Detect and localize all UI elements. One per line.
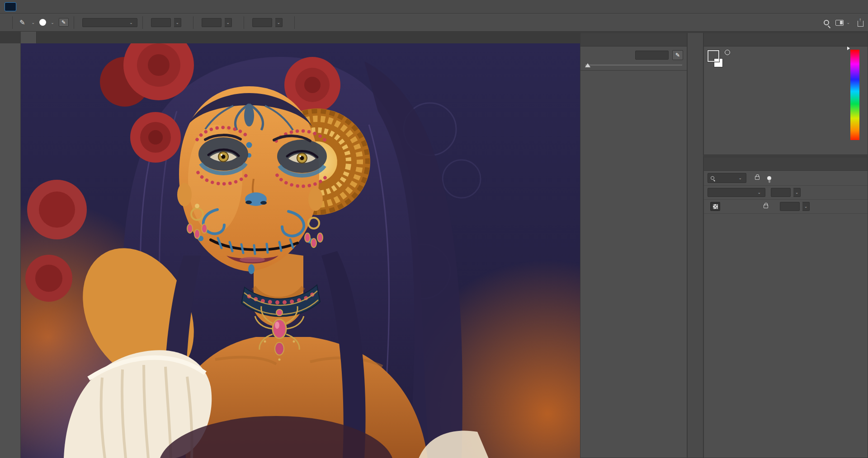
color-cursor[interactable] [725,50,730,55]
filter-toggle-switch[interactable] [767,176,771,180]
chevron-down-icon: ⌄ [128,20,134,25]
toolbar-expand-icon[interactable] [0,32,21,43]
brush-size-slider[interactable] [585,62,682,68]
brush-tip-preview[interactable] [39,19,46,26]
lock-all-button[interactable] [761,202,771,211]
canvas[interactable] [21,43,580,458]
document-tab-bar [0,32,580,43]
toolbar [0,43,21,458]
search-icon[interactable] [824,20,829,25]
color-panel [703,33,868,155]
title-bar [0,0,868,14]
smoothing-options-gear-icon[interactable] [286,22,289,23]
options-bar-right: ⌄ [824,14,863,32]
divider [244,16,244,29]
chevron-down-icon[interactable]: ⌄ [845,20,851,25]
smart-object-filter-icon[interactable] [752,173,763,182]
toggle-brush-settings-button[interactable]: ✎ [59,18,69,27]
smoothing-input[interactable] [252,18,272,27]
saturation-brightness-field[interactable] [725,50,843,140]
mode-select[interactable]: ⌄ [82,18,137,27]
brush-size-input[interactable] [635,51,669,60]
slider-thumb[interactable] [585,63,590,67]
opacity-input[interactable] [151,18,171,27]
right-panel-column: ⌄ ⌄ ⌄ ⌄ [703,33,868,458]
blend-mode-select[interactable]: ⌄ [708,188,765,197]
slider-track [585,65,682,65]
lock-position-button[interactable] [736,202,745,211]
panel-dock-strip [687,33,703,458]
chevron-down-icon[interactable]: ⌄ [49,20,56,25]
layers-panel-tabs [704,157,868,171]
fill-input[interactable] [780,202,800,211]
photoshop-logo-icon [5,2,16,11]
brush-tip-circle [39,19,46,26]
pressure-opacity-icon[interactable] [184,22,188,23]
opacity-dropdown[interactable]: ⌄ [174,18,181,27]
chevron-down-icon: ⌄ [756,190,762,195]
fill-dropdown[interactable]: ⌄ [802,202,810,211]
layer-filter-kind-select[interactable]: ⌄ [708,173,746,183]
lock-transparent-pixels-button[interactable] [710,202,720,211]
brushes-panel-tabs [580,33,687,47]
lock-artboard-button[interactable] [748,202,758,211]
symmetry-icon[interactable] [307,22,310,23]
layer-list [704,214,868,458]
color-panel-tabs [704,33,868,47]
options-bar: ✎ ⌄ ⌄ ✎ ⌄ ⌄ ⌄ ⌄ ⌄ [0,14,868,32]
layers-filter-row: ⌄ [704,171,868,186]
divider [74,16,74,29]
flow-dropdown[interactable]: ⌄ [225,18,232,27]
smoothing-dropdown[interactable]: ⌄ [275,18,283,27]
document-tab[interactable] [21,32,37,43]
divider [12,16,13,29]
stroke-preview-toggle[interactable]: ✎ [672,50,683,60]
lock-image-pixels-button[interactable] [723,202,733,211]
layers-panel: ⌄ ⌄ ⌄ ⌄ [703,157,868,458]
search-icon [711,176,714,180]
airbrush-icon[interactable] [235,22,239,23]
share-icon[interactable] [858,21,863,27]
divider [193,16,193,29]
chevron-down-icon: ⌄ [737,176,743,180]
layer-opacity-input[interactable] [771,188,791,197]
pressure-size-icon[interactable] [300,22,303,23]
brush-list [580,71,687,458]
chevron-down-icon[interactable]: ⌄ [30,20,37,25]
opacity-dropdown[interactable]: ⌄ [793,188,801,197]
foreground-color-swatch[interactable] [708,50,719,62]
brushes-panel: ✎ [580,33,687,458]
hue-slider-marker[interactable] [847,47,850,50]
brush-tool-preset-icon[interactable]: ✎ [18,18,27,28]
flow-input[interactable] [202,18,222,27]
artwork-day-of-the-dead-portrait [21,43,580,458]
color-panel-body [704,47,868,154]
blend-mode-row: ⌄ ⌄ [704,186,868,200]
lock-row: ⌄ [704,200,868,214]
divider [142,16,143,29]
photoshop-window: ✎ ⌄ ⌄ ✎ ⌄ ⌄ ⌄ ⌄ ⌄ [0,0,868,458]
home-icon[interactable] [4,22,7,23]
divider [294,16,295,29]
hue-slider[interactable] [850,50,859,140]
workspace-switcher-icon[interactable] [835,20,844,26]
